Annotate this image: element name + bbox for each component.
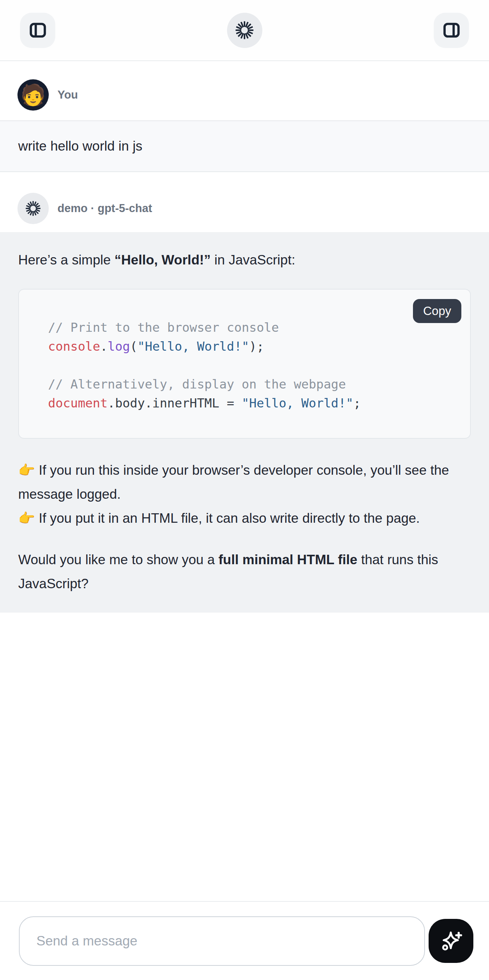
code-content: // Print to the browser consoleconsole.l… xyxy=(19,290,470,438)
sparkle-icon xyxy=(439,929,463,953)
intro-text: Here’s a simple xyxy=(18,253,115,267)
assistant-message: demo · gpt-5-chat Here’s a simple “Hello… xyxy=(0,193,489,612)
user-avatar-emoji: 🧑 xyxy=(21,85,46,105)
app-logo xyxy=(227,13,262,48)
tip-line-2: 👉 If you put it in an HTML file, it can … xyxy=(18,511,420,526)
panel-left-icon xyxy=(29,22,46,38)
intro-paragraph: Here’s a simple “Hello, World!” in JavaS… xyxy=(18,248,471,272)
toggle-right-panel-button[interactable] xyxy=(434,13,469,48)
toggle-sidebar-button[interactable] xyxy=(20,13,55,48)
assistant-author-row: demo · gpt-5-chat xyxy=(0,193,489,224)
code-block: Copy // Print to the browser consolecons… xyxy=(18,289,471,439)
intro-bold-text: “Hello, World!” xyxy=(115,253,211,267)
user-message: 🧑 You write hello world in js xyxy=(0,79,489,172)
starburst-icon xyxy=(234,20,255,41)
assistant-message-body: Here’s a simple “Hello, World!” in JavaS… xyxy=(0,232,489,612)
user-author-label: You xyxy=(57,88,78,102)
user-author-row: 🧑 You xyxy=(0,79,489,111)
send-button[interactable] xyxy=(428,919,473,963)
question-paragraph: Would you like me to show you a full min… xyxy=(18,548,471,596)
message-input[interactable] xyxy=(19,916,425,966)
assistant-avatar xyxy=(18,193,49,224)
intro-text-after: in JavaScript: xyxy=(211,253,295,267)
tips-paragraph: 👉 If you run this inside your browser’s … xyxy=(18,458,471,530)
user-avatar: 🧑 xyxy=(18,79,49,111)
panel-right-icon xyxy=(443,22,460,38)
starburst-icon xyxy=(24,200,42,217)
user-message-text: write hello world in js xyxy=(0,121,489,172)
chat-app: 🧑 You write hello world in js demo · gp xyxy=(0,0,489,612)
tip-line-1: 👉 If you run this inside your browser’s … xyxy=(18,463,449,502)
assistant-author-label: demo · gpt-5-chat xyxy=(57,202,152,215)
question-text: Would you like me to show you a xyxy=(18,552,218,567)
top-bar xyxy=(0,0,489,61)
composer-bar xyxy=(0,901,489,980)
copy-button[interactable]: Copy xyxy=(413,299,461,323)
question-bold-text: full minimal HTML file xyxy=(218,552,357,567)
